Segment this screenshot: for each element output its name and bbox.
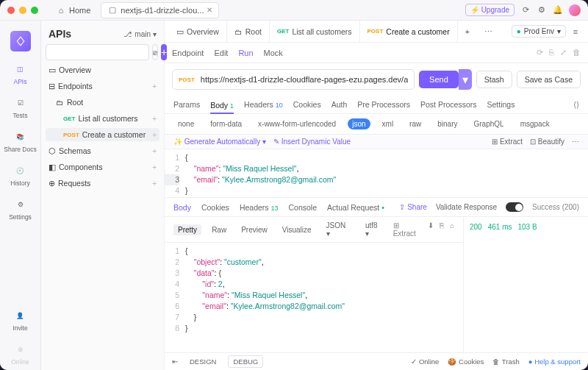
ptab-cookies[interactable]: Cookies	[293, 100, 321, 109]
code-icon[interactable]: ⟨⟩	[573, 100, 579, 109]
btype-raw[interactable]: raw	[405, 118, 426, 129]
rtool-raw[interactable]: Raw	[207, 224, 231, 235]
request-body-editor[interactable]: 1234 { "name": "Miss Raquel Hessel", "em…	[165, 149, 588, 197]
rtool-encoding[interactable]: utf8 ▾	[361, 220, 387, 239]
tree-endpoint-list-customers[interactable]: GET List all customers +	[46, 112, 159, 125]
rtool-visualize[interactable]: Visualize	[278, 224, 316, 235]
ptab-pre[interactable]: Pre Processors	[357, 100, 410, 109]
delete-icon[interactable]: 🗑	[573, 48, 581, 57]
close-window[interactable]	[7, 7, 15, 14]
minimize-window[interactable]	[19, 7, 26, 14]
rtab-cookies[interactable]: Cookies	[201, 203, 229, 212]
send-split-button[interactable]: ▾	[459, 69, 472, 90]
tree-endpoint-create-customer[interactable]: POST Create a customer +	[46, 128, 159, 141]
generate-auto-button[interactable]: ✨ Generate Automatically ▾	[173, 138, 266, 146]
rtab-headers[interactable]: Headers 13	[240, 203, 279, 212]
tab-overflow-button[interactable]: ⋯	[477, 21, 500, 42]
tab-project[interactable]: ▢ nextjs-d1-drizzle-clou... ✕	[101, 2, 219, 18]
maximize-window[interactable]	[31, 7, 38, 14]
sync-icon[interactable]: ⟳	[520, 5, 531, 15]
tree-requests[interactable]: ⊕ Requests +	[46, 177, 159, 190]
btype-json[interactable]: json	[348, 118, 370, 129]
environment-selector[interactable]: ● Prod Env ▾	[512, 25, 566, 38]
nav-settings[interactable]: ⚙ Settings	[3, 193, 38, 225]
content-tab-create-customer[interactable]: POST Create a customer	[360, 21, 458, 42]
btype-xml[interactable]: xml	[378, 118, 398, 129]
add-mini-icon[interactable]: +	[152, 115, 157, 123]
extract-response-button[interactable]: ⊞ Extract	[393, 221, 422, 238]
rtool-pretty[interactable]: Pretty	[173, 224, 201, 235]
footer-online[interactable]: ✓ Online	[411, 357, 439, 366]
search-icon[interactable]: ⌕	[450, 221, 454, 238]
ptab-post[interactable]: Post Processors	[420, 100, 476, 109]
extract-button[interactable]: ⊞ Extract	[492, 138, 523, 146]
content-tab-list-customers[interactable]: GET List all customers	[270, 21, 360, 42]
beautify-button[interactable]: ⊡ Beautify	[530, 138, 564, 146]
nav-apis[interactable]: ◫ APIs	[3, 57, 38, 90]
rtab-console[interactable]: Console	[289, 203, 318, 212]
ptab-params[interactable]: Params	[173, 100, 200, 109]
response-body-editor[interactable]: 12345678 { "object": "customer", "data":…	[165, 243, 463, 337]
footer-cookies[interactable]: 🍪 Cookies	[448, 357, 484, 366]
copy-icon[interactable]: ⎘	[549, 48, 554, 57]
tree-overview[interactable]: ▭ Overview	[46, 63, 159, 77]
tab-close-icon[interactable]: ✕	[207, 6, 212, 14]
content-tab-root[interactable]: 🗀 Root	[227, 21, 270, 42]
footer-design[interactable]: DESIGN	[185, 356, 220, 367]
gear-icon[interactable]: ⚙	[537, 5, 547, 15]
subtab-edit[interactable]: Edit	[214, 49, 228, 57]
nav-app-logo[interactable]	[3, 26, 38, 56]
btype-graphql[interactable]: GraphQL	[469, 118, 508, 129]
add-mini-icon[interactable]: +	[152, 179, 157, 188]
add-mini-icon[interactable]: +	[152, 131, 157, 139]
nav-tests[interactable]: ☑ Tests	[3, 91, 38, 124]
avatar[interactable]	[569, 4, 581, 16]
btype-none[interactable]: none	[173, 118, 198, 129]
subtab-mock[interactable]: Mock	[264, 49, 283, 57]
expand-icon[interactable]: ⤢	[560, 48, 567, 57]
collapse-icon[interactable]: ⇤	[172, 357, 178, 366]
url-input[interactable]	[201, 75, 408, 84]
upgrade-button[interactable]: ⚡ Upgrade	[465, 4, 514, 16]
rtab-body[interactable]: Body	[173, 203, 191, 212]
tree-root-folder[interactable]: 🗀 Root	[46, 96, 159, 109]
refresh-icon[interactable]: ⟳	[537, 48, 543, 57]
footer-trash[interactable]: 🗑 Trash	[492, 357, 519, 366]
share-button[interactable]: ⇪ Share	[399, 203, 426, 211]
stash-button[interactable]: Stash	[476, 71, 512, 88]
send-button[interactable]: Send	[419, 71, 459, 88]
nav-share-docs[interactable]: 📚 Share Docs	[3, 125, 38, 157]
content-tab-overview[interactable]: ▭ Overview	[169, 21, 227, 42]
insert-dynamic-button[interactable]: ✎ Insert Dynamic Value	[273, 138, 351, 146]
nav-history[interactable]: 🕘 History	[3, 159, 38, 191]
btype-urlencoded[interactable]: x-www-form-urlencoded	[254, 118, 340, 129]
url-method[interactable]: POST	[179, 77, 195, 83]
rtab-actual-request[interactable]: Actual Request •	[327, 203, 384, 212]
add-mini-icon[interactable]: +	[152, 147, 157, 155]
nav-invite[interactable]: 👤 Invite	[3, 304, 38, 336]
tree-schemas[interactable]: ⬡ Schemas +	[46, 144, 159, 157]
subtab-endpoint[interactable]: Endpoint	[172, 49, 204, 57]
menu-icon[interactable]: ≡	[570, 26, 581, 37]
copy-icon[interactable]: ⎘	[440, 221, 444, 238]
btype-form-data[interactable]: form-data	[206, 118, 246, 129]
bell-icon[interactable]: 🔔	[553, 5, 563, 15]
ptab-body[interactable]: Body 1	[210, 101, 234, 114]
footer-debug[interactable]: DEBUG	[228, 355, 263, 368]
rtool-format[interactable]: JSON ▾	[322, 220, 355, 239]
btype-binary[interactable]: binary	[433, 118, 462, 129]
tree-components[interactable]: ◧ Components +	[46, 160, 159, 174]
branch-selector[interactable]: ⎇ main ▾	[123, 30, 157, 38]
ptab-headers[interactable]: Headers 10	[244, 100, 283, 109]
footer-help[interactable]: ● Help & support	[528, 357, 581, 366]
ptab-settings[interactable]: Settings	[487, 100, 514, 109]
ptab-auth[interactable]: Auth	[331, 100, 348, 109]
add-mini-icon[interactable]: +	[152, 163, 157, 171]
add-mini-icon[interactable]: +	[152, 82, 157, 90]
sidebar-search-input[interactable]	[46, 44, 149, 60]
nav-online[interactable]: ⊕ Online	[3, 338, 38, 370]
add-tab-button[interactable]: +	[458, 21, 477, 42]
tab-home[interactable]: ⌂ Home	[50, 3, 96, 18]
btype-msgpack[interactable]: msgpack	[516, 118, 554, 129]
validate-toggle[interactable]	[506, 202, 523, 212]
